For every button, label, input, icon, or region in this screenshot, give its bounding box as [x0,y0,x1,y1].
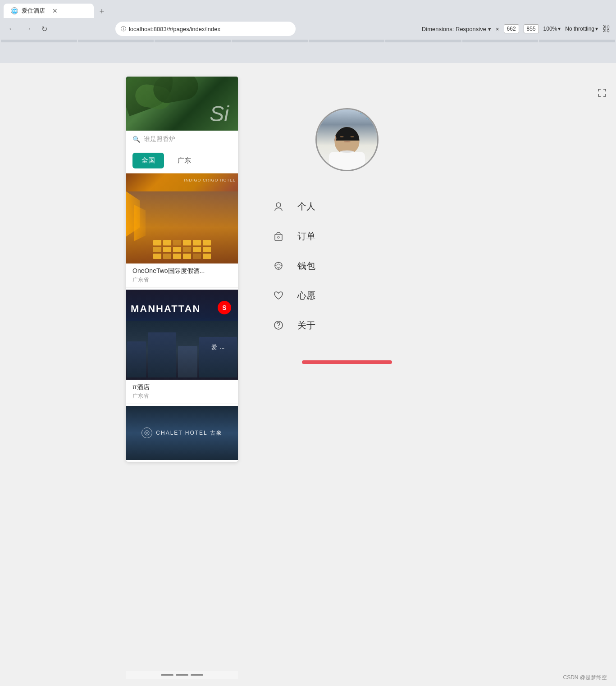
lock-icon: ⓘ [121,25,126,33]
settings-icon[interactable]: ⛓ [602,24,611,34]
indicator-6 [385,40,461,42]
fullscreen-button[interactable] [597,88,607,100]
hotel-image-2: MANHATTAN S 爱 ... [126,290,238,380]
deco-chevron-2 [134,205,146,241]
hotel-card-3[interactable]: CHALET HOTEL 古象 [126,406,238,460]
hotel-image-3: CHALET HOTEL 古象 [126,406,238,460]
hero-image: Si [126,77,238,131]
height-input[interactable]: 855 [524,24,539,33]
toolbar-right: Dimensions: Responsive ▾ × 662 855 100% … [422,24,611,34]
zoom-label: 100% [543,26,557,32]
person-icon [270,198,287,214]
svg-point-10 [278,327,279,328]
menu-label-personal: 个人 [297,200,315,213]
tab-title: 爱住酒店 [22,7,45,15]
chalet-branding: CHALET HOTEL 古象 [141,427,222,438]
address-bar[interactable]: ⓘ localhost:8083/#/pages/index/index [115,22,296,36]
active-tab[interactable]: 🌐 爱住酒店 ✕ [4,4,94,18]
filter-tab-guangdong[interactable]: 广东 [169,153,200,168]
hero-text: Si [210,101,229,126]
avatar-container: 🐟 🐟 🐟 [252,108,442,171]
reload-button[interactable]: ↻ [38,23,50,35]
search-placeholder-text: 谁是照香炉 [144,135,175,143]
zoom-button[interactable]: 100% ▾ [543,26,561,32]
zoom-arrow: ▾ [558,26,561,32]
indicator-7 [462,40,538,42]
tab-favicon: 🌐 [11,7,18,14]
svg-rect-1 [275,234,282,241]
user-avatar: 🐟 🐟 🐟 [315,108,379,171]
hotel-card-1[interactable]: INDIGO CRIGO HOTEL OneOneTwo国际度假酒... 广东省 [126,173,238,288]
dimensions-label: Dimensions: Responsive [422,26,486,32]
hotel-location-2: 广东省 [132,392,232,400]
dimensions-select[interactable]: Dimensions: Responsive ▾ [422,26,491,32]
chalet-logo-circle [141,427,152,438]
wallet-icon [270,258,287,274]
menu-label-wishlist: 心愿 [297,290,315,302]
right-panel: 🐟 🐟 🐟 [252,108,442,364]
bottom-indicator-container [252,360,442,364]
heart-icon [270,287,287,304]
hamburger-line-1 [161,674,173,676]
dim-separator: × [496,26,499,32]
dimensions-arrow: ▾ [488,26,491,32]
menu-item-wallet[interactable]: 钱包 [270,258,424,274]
hotel-location-1: 广东省 [132,276,232,284]
hotel-image-1: INDIGO CRIGO HOTEL [126,173,238,263]
hotel-name-1: OneOneTwo国际度假酒... [132,267,232,275]
tab-close-button[interactable]: ✕ [52,7,58,14]
hamburger-line-3 [191,674,203,676]
search-bar[interactable]: 🔍 谁是照香炉 [126,131,238,148]
url-text: localhost:8083/#/pages/index/index [129,26,220,32]
mobile-bottom-nav [126,671,238,679]
menu-item-wishlist[interactable]: 心愿 [270,287,424,304]
throttle-label: No throttling [565,26,594,32]
back-button[interactable]: ← [5,23,18,35]
svg-point-4 [277,264,280,268]
menu-list: 个人 订单 [252,189,442,342]
menu-label-about: 关于 [297,319,315,332]
browser-chrome: 🌐 爱住酒店 ✕ ＋ ← → ↻ ⓘ localhost:8083/#/page… [0,0,616,63]
chalet-text: CHALET HOTEL 古象 [156,429,222,437]
indicator-4 [232,40,308,42]
menu-item-orders[interactable]: 订单 [270,228,424,244]
bag-icon [270,228,287,244]
throttle-button[interactable]: No throttling ▾ [565,26,598,32]
menu-label-wallet: 钱包 [297,260,315,272]
width-input[interactable]: 662 [504,24,519,33]
indicator-2 [78,40,154,42]
indicator-1 [1,40,77,42]
search-icon: 🔍 [132,136,140,143]
manhattan-building: 爱 ... [126,321,238,380]
hotel-info-2: π酒店 广东省 [126,380,238,404]
new-tab-button[interactable]: ＋ [96,5,108,17]
svg-point-2 [278,236,279,238]
hotel-card-2[interactable]: MANHATTAN S 爱 ... π酒店 广东省 [126,290,238,404]
menu-label-orders: 订单 [297,230,315,242]
hamburger-line-2 [176,674,188,676]
indicator-3 [155,40,231,42]
filter-tabs: 全国 广东 [126,148,238,173]
svg-point-3 [275,262,282,269]
filter-tab-all[interactable]: 全国 [132,153,164,168]
manhattan-sign-text: MANHATTAN [131,303,201,315]
tab-bar: 🌐 爱住酒店 ✕ ＋ [0,0,616,18]
main-area: Si 🔍 谁是照香炉 全国 广东 [0,63,616,686]
oneone-brand-text: INDIGO CRIGO HOTEL [184,178,236,182]
throttle-arrow: ▾ [595,26,598,32]
hotel-name-2: π酒店 [132,383,232,391]
question-icon [270,317,287,333]
bottom-indicator-bar [302,360,392,364]
mobile-app-panel: Si 🔍 谁是照香炉 全国 广东 [126,77,238,462]
hotel-info-1: OneOneTwo国际度假酒... 广东省 [126,263,238,288]
building-facade [131,196,233,263]
csdn-watermark: CSDN @是梦终空 [563,674,607,681]
indicator-bar [0,40,616,42]
menu-item-about[interactable]: 关于 [270,317,424,333]
manhattan-logo: S [218,301,231,314]
indicator-8 [539,40,615,42]
indicator-5 [309,40,385,42]
menu-item-personal[interactable]: 个人 [270,198,424,214]
forward-button[interactable]: → [22,23,34,35]
address-bar-row: ← → ↻ ⓘ localhost:8083/#/pages/index/ind… [0,18,616,40]
